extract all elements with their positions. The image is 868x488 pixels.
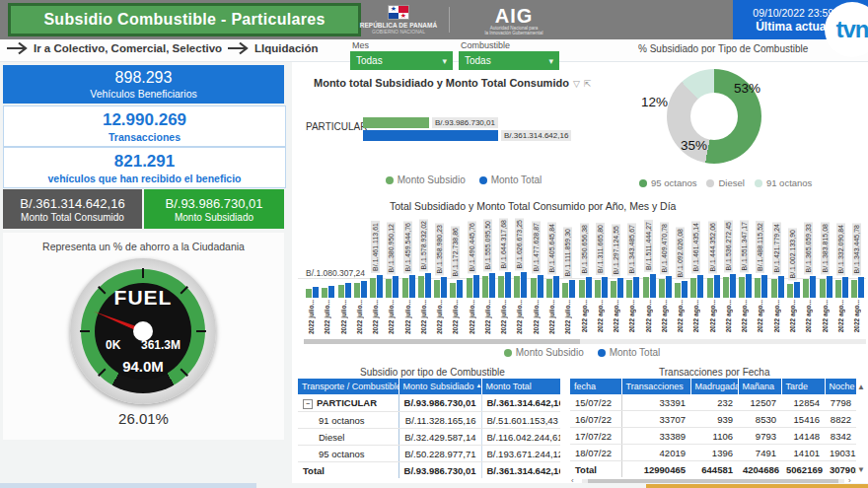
bar-total[interactable]	[650, 274, 656, 298]
column-header[interactable]: Monto Total	[481, 379, 560, 394]
bar-total[interactable]	[328, 286, 334, 298]
bar-subsidio[interactable]	[498, 276, 504, 298]
bar-total[interactable]	[842, 277, 848, 298]
bar-group-6[interactable]: B/.1.380.950,122022 julio...	[384, 197, 399, 335]
bar-group-20[interactable]: B/.1.297.124,552022 ago...	[609, 197, 624, 335]
bar-total[interactable]	[521, 272, 527, 298]
bar-group-9[interactable]: B/.1.358.980,232022 julio...	[432, 197, 448, 335]
bar-subsidio[interactable]	[611, 281, 616, 298]
bar-subsidio[interactable]	[386, 279, 392, 298]
table-row[interactable]: Total12990465644581420468650621693079029	[570, 461, 856, 478]
bar-subsidio[interactable]	[562, 283, 568, 298]
bar-group-7[interactable]: B/.1.459.544,762022 julio...	[400, 197, 416, 335]
table-row[interactable]: 91 octanosB/.11.328.165,16B/.51.601.153,…	[298, 412, 560, 429]
bar-total[interactable]	[457, 280, 463, 298]
bar-total[interactable]	[489, 273, 495, 298]
slicer-mes[interactable]: Todas▾	[350, 51, 453, 70]
bar-total[interactable]	[361, 281, 367, 298]
bar-subsidio[interactable]	[771, 279, 777, 298]
bar-total[interactable]	[345, 283, 351, 298]
bar-total[interactable]	[827, 276, 832, 298]
bar-group-19[interactable]: B/.1.311.665,802022 ago...	[593, 197, 609, 335]
bar-subsidio[interactable]	[450, 283, 456, 298]
bar-group-11[interactable]: B/.1.490.445,762022 julio...	[465, 197, 480, 335]
bar-total[interactable]	[778, 276, 784, 298]
bar-group-13[interactable]: B/.1.644.317,682022 julio...	[496, 197, 512, 335]
table-hscrollbar-thumb[interactable]	[588, 479, 838, 483]
bar-group-15[interactable]: B/.1.477.628,872022 julio...	[529, 197, 544, 335]
bar-group-8[interactable]: B/.1.578.932,022022 julio...	[416, 197, 432, 335]
bar-total[interactable]	[602, 277, 608, 298]
bar-total[interactable]	[393, 276, 398, 298]
bar-subsidio[interactable]	[626, 280, 632, 298]
chart-hscrollbar-thumb[interactable]	[304, 339, 580, 344]
bar-total[interactable]	[810, 276, 816, 298]
table-scroll-down[interactable]: ▼	[857, 465, 865, 474]
bar-total[interactable]	[730, 274, 736, 298]
table-row[interactable]: 15/07/223339123212507128547798	[570, 394, 856, 411]
bar-total[interactable]	[409, 275, 415, 298]
bar-total[interactable]	[313, 287, 319, 298]
expand-icon[interactable]: ⇱	[584, 79, 592, 89]
bar-group-32[interactable]: B/.1.365.059,332022 ago...	[801, 197, 817, 335]
bar-group-23[interactable]: B/.1.409.470,782022 ago...	[657, 197, 673, 335]
bar-group-28[interactable]: B/.1.551.347,172022 ago...	[737, 197, 753, 335]
bar-total[interactable]	[666, 276, 672, 298]
bar-total[interactable]	[633, 277, 639, 298]
bar-subsidio[interactable]	[434, 280, 440, 298]
bar-subsidio[interactable]	[690, 278, 696, 298]
nav-link-liquidacion[interactable]: LIquidación	[227, 41, 319, 55]
column-header[interactable]: fecha	[570, 379, 621, 394]
filter-icon[interactable]: ▽	[573, 79, 580, 89]
bar-subsidio[interactable]	[514, 276, 520, 298]
bar-group-31[interactable]: B/.1.002.133,902022 ago...	[785, 197, 801, 335]
bar-group-4[interactable]: B/.1.080.307,242022 julio...	[352, 197, 368, 335]
bar-group-27[interactable]: B/.1.536.272,452022 ago...	[721, 197, 737, 335]
bar-subsidio[interactable]	[418, 276, 424, 298]
bar-group-29[interactable]: B/.1.488.115,522022 ago...	[753, 197, 768, 335]
bar-total[interactable]	[682, 281, 687, 298]
bar-subsidio[interactable]	[467, 278, 472, 298]
bar-group-24[interactable]: B/.1.092.026,082022 ago...	[673, 197, 688, 335]
table-header-row[interactable]: Transporte / CombustibleMonto Subsidiado…	[298, 379, 560, 394]
bar-subsidio[interactable]	[338, 285, 344, 298]
bar-group-14[interactable]: B/.1.626.673,252022 julio...	[512, 197, 528, 335]
slicer-combustible[interactable]: Todas▾	[459, 51, 559, 70]
bar-total[interactable]	[794, 282, 800, 298]
bar-group-17[interactable]: B/.1.111.859,302022 julio...	[560, 197, 576, 335]
bar-group-26[interactable]: B/.1.444.352,062022 ago...	[705, 197, 721, 335]
bar-total[interactable]	[697, 275, 703, 298]
bar-subsidio[interactable]	[659, 279, 665, 298]
table-row[interactable]: 95 octanosB/.50.228.977,71B/.193.671.244…	[298, 446, 560, 462]
bar-group-33[interactable]: B/.1.383.815,082022 ago...	[818, 197, 833, 335]
column-header[interactable]: Monto Subsidiado▲	[398, 379, 481, 394]
bar-subsidio[interactable]	[354, 283, 360, 298]
table-row[interactable]: 16/07/22337079398530154168822	[570, 411, 856, 428]
bar-subsidio[interactable]	[322, 288, 327, 298]
bar-group-25[interactable]: B/.1.461.435,142022 ago...	[688, 197, 704, 335]
bar-total[interactable]	[761, 275, 767, 298]
bar-monto-subsidio[interactable]	[363, 117, 429, 128]
table-scroll-left[interactable]: ‹	[571, 476, 574, 485]
table-row[interactable]: 18/07/2242019139674911410119031	[570, 445, 856, 461]
bar-group-18[interactable]: B/.1.350.656,382022 ago...	[577, 197, 593, 335]
bar-group-30[interactable]: B/.1.421.779,242022 ago...	[769, 197, 785, 335]
bar-total[interactable]	[505, 272, 511, 298]
bar-subsidio[interactable]	[370, 278, 376, 298]
bar-total[interactable]	[586, 277, 592, 298]
bar-group-2[interactable]: 2022 julio...	[320, 197, 335, 335]
bar-subsidio[interactable]	[595, 280, 601, 298]
bar-monto-total[interactable]	[363, 130, 498, 141]
bar-total[interactable]	[441, 277, 447, 298]
bar-subsidio[interactable]	[643, 277, 649, 298]
column-header[interactable]: Tarde	[781, 379, 825, 394]
bar-total[interactable]	[473, 275, 479, 298]
bar-total[interactable]	[617, 278, 623, 298]
collapse-icon[interactable]: −	[303, 399, 313, 409]
bar-total[interactable]	[538, 275, 543, 298]
bar-group-22[interactable]: B/.1.511.444,272022 ago...	[641, 197, 657, 335]
bar-total[interactable]	[425, 273, 431, 298]
bar-group-16[interactable]: B/.1.405.645,842022 julio...	[544, 197, 560, 335]
bar-subsidio[interactable]	[820, 279, 826, 298]
bar-subsidio[interactable]	[675, 283, 681, 298]
